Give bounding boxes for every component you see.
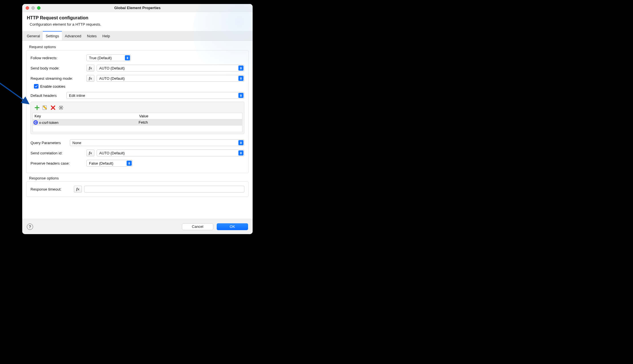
footer: ? Cancel OK — [22, 219, 253, 234]
response-timeout-row: Response timeout: fx — [31, 185, 244, 194]
delete-icon[interactable] — [50, 105, 56, 111]
correlation-id-label: Send correlation id: — [31, 151, 84, 155]
header: HTTP Request configuration Configuration… — [22, 12, 253, 31]
fx-button-send-body[interactable]: fx — [86, 65, 94, 71]
enable-cookies-label: Enable cookies — [40, 84, 65, 89]
headers-toolbar — [33, 104, 242, 113]
query-params-select[interactable]: None — [70, 139, 244, 146]
preserve-headers-select[interactable]: False (Default) — [86, 160, 133, 167]
follow-redirects-label: Follow redirects: — [31, 56, 84, 60]
table-row-empty — [33, 126, 242, 132]
settings-icon[interactable] — [58, 105, 64, 111]
query-params-row: Query Parameters None — [31, 138, 244, 147]
dialog-window: Global Element Properties HTTP Request c… — [22, 4, 253, 234]
default-headers-select[interactable]: Edit inline — [66, 92, 244, 99]
query-params-value: None — [72, 141, 81, 145]
svg-point-1 — [60, 107, 62, 109]
request-streaming-label: Request streaming mode: — [31, 76, 84, 81]
add-icon[interactable] — [34, 105, 40, 111]
tab-notes[interactable]: Notes — [84, 31, 100, 40]
send-body-mode-value: AUTO (Default) — [99, 66, 125, 70]
correlation-id-row: Send correlation id: fx AUTO (Default) — [31, 148, 244, 158]
headers-table: Key Value C x-csrf-token Fetch — [33, 113, 242, 132]
request-streaming-select[interactable]: AUTO (Default) — [97, 75, 244, 82]
default-headers-row: Default headers Edit inline — [31, 91, 244, 100]
headers-table-head: Key Value — [33, 113, 242, 119]
preserve-headers-label: Preserve headers case: — [31, 161, 84, 165]
default-headers-label: Default headers — [31, 93, 64, 98]
response-options-legend: Response options — [29, 176, 249, 180]
constant-badge-icon: C — [33, 120, 38, 125]
request-streaming-value: AUTO (Default) — [99, 76, 125, 81]
content-area: Request options Follow redirects: True (… — [22, 41, 253, 219]
send-body-mode-label: Send body mode: — [31, 66, 84, 70]
follow-redirects-value: True (Default) — [89, 56, 112, 60]
edit-icon[interactable] — [42, 105, 48, 111]
fx-button-streaming[interactable]: fx — [86, 75, 94, 82]
send-body-mode-row: Send body mode: fx AUTO (Default) — [31, 64, 244, 73]
follow-redirects-select[interactable]: True (Default) — [86, 54, 131, 61]
cell-value: Fetch — [137, 119, 242, 126]
cell-key: C x-csrf-token — [33, 119, 137, 126]
check-icon — [35, 85, 38, 88]
cancel-button[interactable]: Cancel — [182, 223, 213, 230]
correlation-id-select[interactable]: AUTO (Default) — [97, 150, 244, 156]
enable-cookies-checkbox[interactable] — [34, 84, 38, 89]
col-value: Value — [137, 113, 242, 119]
tab-settings[interactable]: Settings — [43, 31, 62, 40]
preserve-headers-row: Preserve headers case: False (Default) — [31, 159, 244, 168]
default-headers-value: Edit inline — [69, 93, 85, 98]
preserve-headers-value: False (Default) — [89, 161, 113, 165]
ok-button[interactable]: OK — [217, 223, 248, 230]
key-text: x-csrf-token — [39, 120, 58, 125]
tab-help[interactable]: Help — [100, 31, 113, 40]
tab-advanced[interactable]: Advanced — [62, 31, 84, 40]
response-options-panel: Response timeout: fx — [26, 181, 249, 197]
help-icon[interactable]: ? — [27, 224, 33, 230]
send-body-mode-select[interactable]: AUTO (Default) — [97, 65, 244, 71]
correlation-id-value: AUTO (Default) — [99, 151, 125, 155]
query-params-label: Query Parameters — [31, 141, 68, 145]
table-row[interactable]: C x-csrf-token Fetch — [33, 119, 242, 126]
fx-button-timeout[interactable]: fx — [74, 186, 82, 193]
col-key: Key — [33, 113, 137, 119]
response-timeout-label: Response timeout: — [31, 187, 72, 191]
response-timeout-input[interactable] — [84, 186, 244, 193]
headers-editor: Key Value C x-csrf-token Fetch — [31, 102, 244, 134]
fx-button-correlation[interactable]: fx — [86, 150, 94, 156]
request-streaming-row: Request streaming mode: fx AUTO (Default… — [31, 74, 244, 83]
request-options-panel: Follow redirects: True (Default) Send bo… — [26, 50, 249, 173]
tab-general[interactable]: General — [24, 31, 43, 40]
enable-cookies-row: Enable cookies — [34, 84, 244, 89]
